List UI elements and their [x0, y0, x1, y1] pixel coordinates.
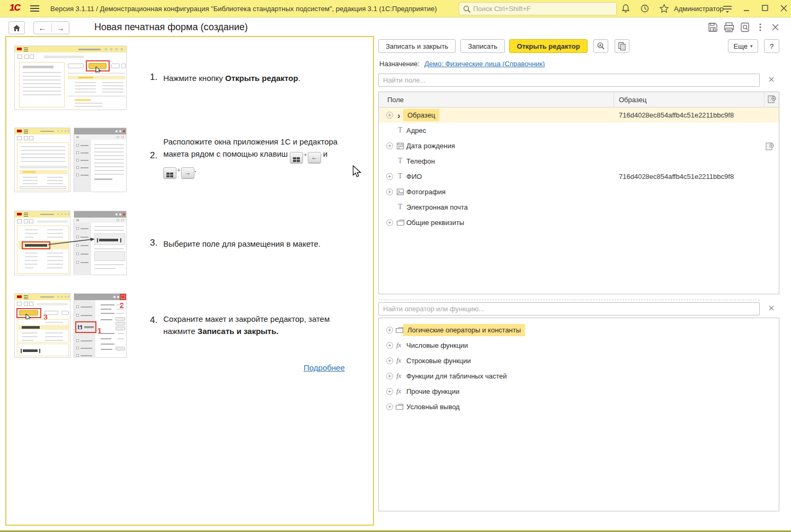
- close-window-button[interactable]: [778, 3, 789, 14]
- minimize-button[interactable]: [741, 3, 752, 14]
- list-item[interactable]: Логические операторы и константы: [379, 322, 779, 338]
- step-number: 2.: [150, 136, 157, 178]
- expand-icon[interactable]: [386, 327, 393, 333]
- step-text: Выберите поле для размещения в макете.: [163, 238, 371, 250]
- notifications-bell-icon[interactable]: [621, 4, 632, 14]
- global-search-box: [459, 2, 617, 15]
- print-preview-icon[interactable]: [740, 22, 752, 34]
- step-2: 2. Расположите окна приложения 1С и реда…: [150, 136, 375, 178]
- step-text: Расположите окна приложения 1С и редакто…: [163, 137, 337, 146]
- list-item[interactable]: Условный вывод: [379, 399, 779, 414]
- table-row[interactable]: ФИО 716d4028ec854affb4c51e2211bbc9f8: [379, 169, 779, 184]
- pick-magnifier-button[interactable]: [593, 39, 608, 53]
- expand-icon[interactable]: [386, 188, 393, 195]
- save-icon[interactable]: [708, 22, 719, 34]
- step-4: 4. Сохраните макет и закройте редактор, …: [150, 313, 371, 338]
- expand-icon[interactable]: [386, 342, 393, 349]
- favorites-star-icon[interactable]: [659, 4, 670, 14]
- field-name: Электронная почта: [406, 203, 468, 211]
- text-type-icon: [398, 157, 403, 165]
- table-row[interactable]: Адрес: [379, 123, 779, 138]
- folder-icon: [395, 326, 404, 333]
- expand-icon[interactable]: [386, 112, 393, 119]
- table-settings-icon[interactable]: [767, 95, 777, 106]
- column-header-field[interactable]: Поле: [387, 96, 404, 104]
- text-type-icon: [398, 203, 403, 211]
- fields-table-header: Поле Образец: [379, 92, 779, 107]
- expand-icon[interactable]: [386, 142, 393, 149]
- pane-splitter[interactable]: [378, 300, 760, 300]
- text-type-icon: [398, 126, 403, 134]
- field-name: Фотография: [406, 188, 446, 196]
- copy-icon: [618, 42, 626, 51]
- more-commands-icon[interactable]: [759, 22, 764, 34]
- main-menu-icon[interactable]: [30, 5, 39, 13]
- expand-icon[interactable]: [386, 373, 393, 380]
- function-search-input[interactable]: [379, 303, 759, 315]
- current-user-label[interactable]: Администратор: [674, 5, 724, 13]
- table-row[interactable]: Телефон: [379, 154, 779, 169]
- folder-icon: [395, 403, 404, 410]
- search-icon: [463, 5, 471, 13]
- list-item[interactable]: Прочие функции: [379, 384, 779, 399]
- clear-field-search-icon[interactable]: [768, 76, 777, 85]
- forward-button[interactable]: →: [52, 23, 69, 32]
- expand-icon[interactable]: [386, 403, 393, 410]
- save-and-close-button[interactable]: Записать и закрыть: [378, 39, 456, 53]
- left-arrow-key-icon: ←: [308, 152, 321, 163]
- expand-icon[interactable]: [386, 357, 393, 364]
- step-number: 1.: [150, 72, 157, 84]
- assignment-link[interactable]: Демо: Физические лица (Справочник): [424, 60, 545, 68]
- back-button[interactable]: ←: [34, 23, 52, 32]
- table-row[interactable]: Фотография: [379, 184, 779, 200]
- field-search-box: [378, 74, 760, 87]
- function-group-name: Условный вывод: [406, 403, 460, 411]
- more-menu-button[interactable]: Еще: [728, 39, 758, 53]
- close-form-icon[interactable]: [771, 22, 783, 34]
- clear-function-search-icon[interactable]: [768, 305, 777, 313]
- step-number: 3.: [150, 238, 157, 250]
- expand-icon[interactable]: [386, 219, 393, 226]
- field-search-input[interactable]: [379, 74, 759, 86]
- expand-icon[interactable]: [386, 388, 393, 395]
- expand-icon[interactable]: [386, 173, 393, 180]
- title-bar: 1С Версия 3.1.11 / Демонстрационная конф…: [0, 0, 791, 17]
- step-number: 4.: [150, 313, 157, 338]
- function-group-name: Логические операторы и константы: [403, 324, 525, 336]
- column-header-sample[interactable]: Образец: [619, 96, 646, 104]
- highlight-box: [86, 60, 110, 71]
- instructions-panel: 3: [5, 36, 374, 526]
- history-icon[interactable]: [640, 4, 651, 14]
- step-text-bold: Открыть редактор: [225, 74, 298, 83]
- print-icon[interactable]: [724, 22, 735, 34]
- function-fx-icon: [396, 387, 401, 395]
- list-item[interactable]: Числовые функции: [379, 338, 779, 353]
- maximize-button[interactable]: [759, 3, 771, 14]
- copy-button[interactable]: [615, 39, 629, 53]
- home-button[interactable]: [8, 21, 25, 34]
- step-text: Сохраните макет и закройте редактор, зат…: [163, 314, 330, 323]
- list-item[interactable]: Функции для табличных частей: [379, 368, 779, 384]
- list-item[interactable]: Строковые функции: [379, 353, 779, 368]
- step-1-thumbnail: [14, 46, 127, 110]
- drag-arrow: [14, 211, 127, 275]
- table-row[interactable]: Электронная почта: [379, 200, 779, 215]
- highlight-box: [120, 294, 126, 300]
- row-settings-icon[interactable]: [765, 142, 775, 154]
- highlight-box: [75, 321, 96, 333]
- page-title: Новая печатная форма (создание): [94, 22, 248, 33]
- save-button[interactable]: Записать: [460, 39, 505, 53]
- help-button[interactable]: ?: [764, 39, 779, 53]
- table-row[interactable]: Дата рождения: [379, 138, 779, 154]
- table-row[interactable]: Общие реквизиты: [379, 215, 779, 230]
- more-details-link[interactable]: Подробнее: [304, 363, 345, 372]
- global-search-input[interactable]: [473, 4, 614, 14]
- assignment-label: Назначение:: [379, 60, 420, 68]
- field-name: Телефон: [406, 157, 435, 165]
- field-sample-value: 716d4028ec854affb4c51e2211bbc9f8: [619, 173, 734, 181]
- field-name: Общие реквизиты: [406, 219, 464, 227]
- open-editor-button[interactable]: Открыть редактор: [509, 39, 588, 53]
- function-group-name: Прочие функции: [406, 387, 459, 395]
- table-row[interactable]: Образец 716d4028ec854affb4c51e2211bbc9f8: [379, 107, 779, 123]
- panel-toggle-icon[interactable]: [722, 5, 733, 15]
